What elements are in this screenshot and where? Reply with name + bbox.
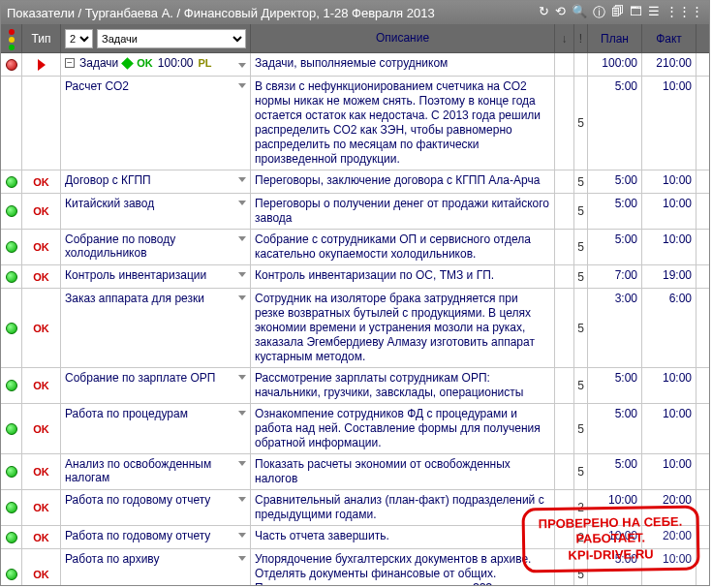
row-fact: 20:00 — [642, 526, 697, 548]
table-row[interactable]: OKСобрание по зарплате ОРПРассмотрение з… — [1, 368, 709, 404]
row-fact: 10:00 — [642, 454, 697, 489]
ok-badge: OK — [33, 380, 49, 391]
summary-desc: Задачи, выполняемые сотрудником — [251, 53, 555, 76]
traffic-icon[interactable] — [9, 27, 15, 50]
row-fact: 10:00 — [642, 549, 697, 585]
ok-badge: OK — [33, 176, 49, 188]
header-type[interactable]: Тип — [22, 24, 61, 52]
row-plan: 3:00 — [588, 289, 642, 367]
window-icon[interactable]: 🗔 — [630, 4, 642, 21]
table-row[interactable]: OKАнализ по освобожденным налогамПоказат… — [1, 454, 709, 490]
dropdown-icon[interactable] — [238, 201, 246, 205]
row-plan: 5:00 — [588, 454, 642, 489]
header-status — [1, 24, 22, 52]
copy-icon[interactable]: 🗐 — [611, 4, 624, 21]
undo-icon[interactable]: ⟲ — [555, 4, 566, 21]
search-icon[interactable]: 🔍 — [572, 4, 587, 21]
app-window: Показатели / Турганбаева А. / Финансовый… — [0, 0, 710, 586]
ok-badge: OK — [33, 502, 49, 513]
table-row[interactable]: OKРабота по годовому отчетуЧасть отчета … — [1, 526, 709, 549]
row-name: Работа по процедурам — [65, 407, 238, 420]
table-row[interactable]: OKРабота по процедурамОзнакомпение сотру… — [1, 404, 709, 454]
ok-badge: OK — [33, 271, 49, 283]
row-fact: 6:00 — [642, 289, 697, 367]
status-dot — [6, 502, 17, 513]
row-fact: 10:00 — [642, 170, 697, 193]
table-row[interactable]: OKКитайский заводПереговоры о получении … — [1, 194, 709, 230]
row-desc: Рассмотрение зарплаты сотрудникам ОРП: н… — [251, 368, 555, 403]
table-row[interactable]: Расчет СО2В связи с нефункционированием … — [1, 77, 709, 170]
status-dot — [6, 176, 17, 188]
row-desc: Показать расчеты экономии от освобожденн… — [251, 454, 555, 489]
dropdown-icon[interactable] — [238, 272, 246, 277]
dropdown-icon[interactable] — [238, 83, 246, 88]
ok-badge: OK — [33, 323, 49, 334]
table-row[interactable]: OKЗаказ аппарата для резкиСотрудник на и… — [1, 289, 709, 368]
row-name: Работа по годовому отчету — [65, 529, 238, 542]
header-plan[interactable]: План — [588, 24, 642, 52]
dropdown-icon[interactable] — [238, 177, 246, 182]
row-name: Расчет СО2 — [65, 79, 238, 93]
table-row[interactable]: OKДоговор с КГПППереговоры, заключение д… — [1, 170, 709, 194]
menu-icon[interactable]: ☰ — [648, 4, 660, 21]
row-priority: 5 — [574, 549, 588, 585]
category-select[interactable]: Задачи — [97, 29, 246, 48]
dropdown-icon[interactable] — [238, 461, 246, 466]
ok-badge: OK — [33, 532, 49, 543]
dropdown-icon[interactable] — [238, 556, 246, 561]
table-row[interactable]: OKСобрание по поводу холодильниковСобран… — [1, 230, 709, 265]
row-priority: 5 — [574, 194, 588, 229]
status-dot — [6, 466, 17, 478]
weight-label: 100:00 — [158, 56, 194, 70]
table-row[interactable]: OKРабота по архивуУпорядочение бухгалтер… — [1, 549, 709, 585]
row-fact: 10:00 — [642, 404, 697, 453]
status-dot — [6, 532, 17, 543]
collapse-icon[interactable]: − — [65, 58, 75, 68]
status-dot — [6, 569, 17, 580]
dropdown-icon[interactable] — [238, 497, 246, 502]
row-desc: Ознакомпение сотрудников ФД с процедурам… — [251, 404, 555, 453]
row-desc: Собрание с сотрудниками ОП и сервисного … — [251, 230, 555, 264]
summary-plan: 100:00 — [588, 53, 642, 76]
table-row[interactable]: OKКонтроль инвентаризацииКонтроль инвент… — [1, 265, 709, 289]
summary-row[interactable]: − Задачи OK 100:00 PL Задачи, выполняемы… — [1, 53, 709, 77]
row-name: Работа по архиву — [65, 552, 238, 566]
dropdown-icon[interactable] — [238, 411, 246, 416]
level-select[interactable]: 2 — [65, 29, 93, 48]
table-row[interactable]: OKРабота по годовому отчетуСравнительный… — [1, 490, 709, 526]
row-name: Работа по годовому отчету — [65, 493, 238, 507]
info-icon[interactable]: ⓘ — [593, 4, 605, 21]
ok-badge: OK — [33, 466, 49, 478]
row-priority: 5 — [574, 170, 588, 193]
row-priority: 5 — [574, 289, 588, 367]
refresh-icon[interactable]: ↻ — [539, 4, 549, 21]
dots-icon[interactable]: ⋮⋮⋮ — [666, 4, 703, 21]
row-fact: 10:00 — [642, 230, 697, 264]
row-priority: 5 — [574, 265, 588, 288]
dropdown-icon[interactable] — [238, 63, 246, 68]
dropdown-icon[interactable] — [238, 295, 246, 300]
row-priority: 2 — [574, 526, 588, 548]
row-plan: 5:00 — [588, 549, 642, 585]
header-priority[interactable]: ! — [574, 24, 588, 52]
row-name: Заказ аппарата для резки — [65, 292, 238, 305]
row-desc: Переговоры, заключение договора с КГПП А… — [251, 170, 555, 193]
header-fact[interactable]: Факт — [642, 24, 697, 52]
dropdown-icon[interactable] — [238, 533, 246, 538]
header-sort[interactable]: ↓ — [555, 24, 574, 52]
ok-label: OK — [137, 57, 153, 69]
status-dot — [6, 380, 17, 391]
summary-fact: 210:00 — [642, 53, 697, 76]
row-desc: Сравнительный анализ (план-факт) подразд… — [251, 490, 555, 525]
row-fact: 10:00 — [642, 77, 697, 170]
header-desc[interactable]: Описание — [251, 24, 555, 52]
row-plan: 5:00 — [588, 194, 642, 229]
dropdown-icon[interactable] — [238, 236, 246, 241]
row-name: Китайский завод — [65, 197, 238, 210]
status-dot — [6, 241, 17, 253]
row-desc: Переговоры о получении денег от продажи … — [251, 194, 555, 229]
row-plan: 5:00 — [588, 170, 642, 193]
row-fact: 20:00 — [642, 490, 697, 525]
dropdown-icon[interactable] — [238, 375, 246, 380]
row-name: Собрание по зарплате ОРП — [65, 371, 238, 385]
